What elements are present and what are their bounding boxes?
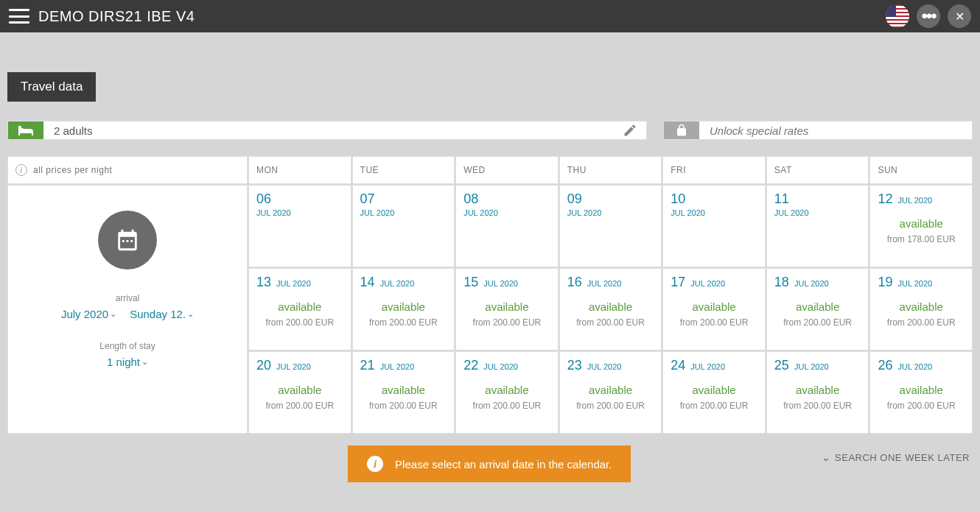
chevron-down-icon: ⌄ bbox=[110, 309, 116, 319]
cell-month: JUL 2020 bbox=[256, 208, 343, 217]
availability-label: available bbox=[878, 217, 965, 230]
month-select[interactable]: July 2020 ⌄ bbox=[61, 308, 116, 320]
cell-date: 09 bbox=[567, 191, 654, 207]
calendar-cell[interactable]: 13 JUL 2020availablefrom 200.00 EUR bbox=[248, 268, 351, 350]
cell-date: 21 JUL 2020 bbox=[360, 358, 447, 373]
cell-date: 23 JUL 2020 bbox=[567, 358, 654, 373]
availability-label: available bbox=[774, 384, 861, 396]
arrival-panel: arrivalJuly 2020 ⌄Sunday 12. ⌄Length of … bbox=[7, 185, 248, 434]
availability-label: available bbox=[256, 300, 343, 313]
day-header: FRI bbox=[662, 156, 766, 184]
availability-label: available bbox=[671, 384, 757, 396]
price-label: from 200.00 EUR bbox=[878, 401, 965, 411]
cell-date: 12 JUL 2020 bbox=[878, 191, 965, 207]
calendar-cell[interactable]: 06JUL 2020 bbox=[248, 185, 351, 267]
cell-date: 20 JUL 2020 bbox=[256, 358, 343, 373]
calendar-cell[interactable]: 17 JUL 2020availablefrom 200.00 EUR bbox=[662, 268, 766, 350]
lock-badge bbox=[664, 121, 699, 139]
pencil-icon bbox=[623, 123, 637, 138]
day-header: SAT bbox=[766, 156, 869, 184]
cell-month: JUL 2020 bbox=[774, 208, 861, 217]
calendar-cell[interactable]: 23 JUL 2020availablefrom 200.00 EUR bbox=[559, 351, 662, 434]
cell-date: 14 JUL 2020 bbox=[360, 275, 447, 290]
more-button[interactable]: ••• bbox=[917, 4, 940, 28]
calendar-cell[interactable]: 08JUL 2020 bbox=[455, 185, 559, 267]
cell-date: 17 JUL 2020 bbox=[671, 275, 757, 290]
cell-month: JUL 2020 bbox=[567, 208, 654, 217]
cell-date: 07 bbox=[360, 191, 447, 207]
day-header: WED bbox=[455, 156, 559, 184]
calendar-cell[interactable]: 24 JUL 2020availablefrom 200.00 EUR bbox=[662, 351, 766, 434]
calendar-cell[interactable]: 22 JUL 2020availablefrom 200.00 EUR bbox=[455, 351, 559, 434]
calendar-cell[interactable]: 07JUL 2020 bbox=[352, 185, 455, 267]
cell-date: 19 JUL 2020 bbox=[878, 275, 965, 290]
price-label: from 200.00 EUR bbox=[360, 317, 447, 328]
calendar-cell[interactable]: 11JUL 2020 bbox=[766, 185, 869, 267]
length-label: Length of stay bbox=[99, 341, 155, 351]
calendar-cell[interactable]: 16 JUL 2020availablefrom 200.00 EUR bbox=[559, 268, 662, 350]
calendar-cell[interactable]: 15 JUL 2020availablefrom 200.00 EUR bbox=[455, 268, 559, 350]
price-note-text: all prices per night bbox=[33, 165, 112, 175]
calendar-cell[interactable]: 21 JUL 2020availablefrom 200.00 EUR bbox=[352, 351, 455, 434]
availability-label: available bbox=[256, 384, 343, 396]
search-later-label: SEARCH ONE WEEK LATER bbox=[835, 452, 970, 463]
guests-selector[interactable]: 2 adults bbox=[7, 121, 647, 140]
menu-icon[interactable] bbox=[9, 9, 29, 24]
app-title: DEMO DIRS21 IBE V4 bbox=[38, 8, 195, 25]
price-label: from 200.00 EUR bbox=[567, 401, 654, 411]
length-select[interactable]: 1 night ⌄ bbox=[107, 356, 148, 368]
header-right: ••• ✕ bbox=[886, 4, 971, 28]
price-label: from 200.00 EUR bbox=[463, 401, 550, 411]
price-label: from 200.00 EUR bbox=[671, 401, 757, 411]
guests-label: 2 adults bbox=[43, 121, 614, 139]
edit-guests-button[interactable] bbox=[614, 121, 646, 139]
cell-date: 18 JUL 2020 bbox=[774, 275, 861, 290]
tab-travel-data[interactable]: Travel data bbox=[7, 72, 96, 102]
availability-label: available bbox=[774, 300, 861, 313]
calendar-cell[interactable]: 18 JUL 2020availablefrom 200.00 EUR bbox=[766, 268, 869, 350]
search-later-button[interactable]: ⌄ SEARCH ONE WEEK LATER bbox=[822, 451, 970, 463]
info-icon: i bbox=[367, 456, 383, 472]
toast-text: Please select an arrival date in the cal… bbox=[395, 458, 612, 471]
cell-date: 16 JUL 2020 bbox=[567, 275, 654, 290]
chevron-down-icon: ⌄ bbox=[187, 309, 194, 319]
close-button[interactable]: ✕ bbox=[948, 4, 971, 28]
calendar-cell[interactable]: 19 JUL 2020availablefrom 200.00 EUR bbox=[869, 268, 973, 350]
calendar-cell[interactable]: 25 JUL 2020availablefrom 200.00 EUR bbox=[766, 351, 869, 434]
svg-rect-2 bbox=[127, 240, 129, 242]
availability-label: available bbox=[878, 384, 965, 396]
cell-month: JUL 2020 bbox=[463, 208, 550, 217]
day-header: THU bbox=[559, 156, 662, 184]
price-label: from 200.00 EUR bbox=[774, 401, 861, 411]
price-label: from 200.00 EUR bbox=[671, 317, 757, 328]
availability-label: available bbox=[360, 384, 447, 396]
price-label: from 200.00 EUR bbox=[256, 317, 343, 328]
calendar-cell[interactable]: 26 JUL 2020availablefrom 200.00 EUR bbox=[869, 351, 973, 434]
price-label: from 200.00 EUR bbox=[774, 317, 861, 328]
day-select[interactable]: Sunday 12. ⌄ bbox=[130, 308, 194, 320]
unlock-rates[interactable] bbox=[663, 121, 973, 140]
price-label: from 200.00 EUR bbox=[360, 401, 447, 411]
calendar-cell[interactable]: 12 JUL 2020availablefrom 178.00 EUR bbox=[869, 185, 973, 267]
svg-rect-1 bbox=[122, 240, 125, 242]
availability-label: available bbox=[463, 300, 550, 313]
arrival-label: arrival bbox=[116, 293, 140, 303]
price-note: iall prices per night bbox=[7, 156, 248, 184]
calendar-icon bbox=[98, 211, 157, 269]
flag-us-icon[interactable] bbox=[886, 4, 909, 28]
toast-message: i Please select an arrival date in the c… bbox=[348, 445, 631, 482]
calendar-cell[interactable]: 20 JUL 2020availablefrom 200.00 EUR bbox=[248, 351, 351, 434]
calendar-cell[interactable]: 14 JUL 2020availablefrom 200.00 EUR bbox=[352, 268, 455, 350]
calendar-cell[interactable]: 10JUL 2020 bbox=[662, 185, 766, 267]
svg-rect-3 bbox=[130, 240, 133, 242]
cell-month: JUL 2020 bbox=[671, 208, 757, 217]
cell-date: 26 JUL 2020 bbox=[878, 358, 965, 373]
unlock-input[interactable] bbox=[710, 124, 962, 137]
availability-label: available bbox=[878, 300, 965, 313]
cell-date: 15 JUL 2020 bbox=[463, 275, 550, 290]
calendar-cell[interactable]: 09JUL 2020 bbox=[559, 185, 662, 267]
cell-date: 10 bbox=[671, 191, 757, 207]
price-label: from 200.00 EUR bbox=[463, 317, 550, 328]
price-label: from 200.00 EUR bbox=[567, 317, 654, 328]
bed-icon bbox=[17, 121, 35, 139]
